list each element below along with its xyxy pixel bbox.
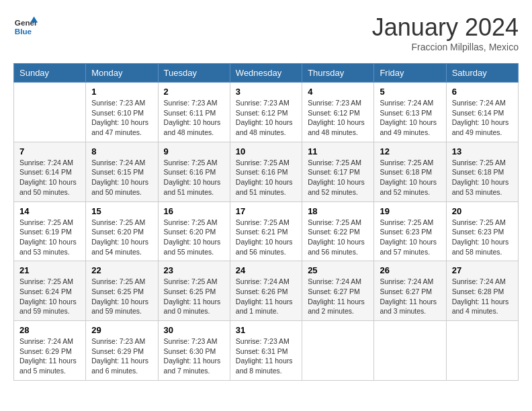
day-cell: 24Sunrise: 7:24 AMSunset: 6:26 PMDayligh…: [230, 261, 302, 321]
day-number: 19: [380, 206, 440, 216]
header-friday: Friday: [374, 64, 446, 83]
day-info: Sunrise: 7:23 AMSunset: 6:12 PMDaylight:…: [308, 98, 368, 138]
day-cell: 18Sunrise: 7:25 AMSunset: 6:22 PMDayligh…: [302, 201, 374, 261]
day-cell: [374, 321, 446, 381]
day-info: Sunrise: 7:25 AMSunset: 6:24 PMDaylight:…: [19, 277, 80, 316]
day-number: 15: [91, 206, 152, 216]
day-info: Sunrise: 7:25 AMSunset: 6:18 PMDaylight:…: [380, 158, 440, 197]
day-info: Sunrise: 7:23 AMSunset: 6:29 PMDaylight:…: [91, 336, 152, 376]
day-number: 20: [452, 206, 513, 216]
day-cell: 26Sunrise: 7:24 AMSunset: 6:27 PMDayligh…: [374, 261, 446, 321]
day-number: 10: [236, 146, 296, 156]
day-number: 13: [452, 146, 513, 156]
day-info: Sunrise: 7:24 AMSunset: 6:29 PMDaylight:…: [19, 336, 80, 376]
day-number: 24: [236, 265, 296, 275]
svg-text:Blue: Blue: [15, 27, 32, 36]
day-info: Sunrise: 7:25 AMSunset: 6:25 PMDaylight:…: [164, 277, 224, 316]
week-row-2: 7Sunrise: 7:24 AMSunset: 6:14 PMDaylight…: [14, 142, 519, 201]
month-title: January 2024: [372, 13, 519, 42]
day-info: Sunrise: 7:24 AMSunset: 6:28 PMDaylight:…: [452, 277, 513, 316]
day-info: Sunrise: 7:23 AMSunset: 6:12 PMDaylight:…: [236, 98, 296, 138]
day-number: 9: [164, 146, 224, 156]
header-thursday: Thursday: [302, 64, 374, 83]
day-cell: 20Sunrise: 7:25 AMSunset: 6:23 PMDayligh…: [446, 201, 518, 261]
day-cell: 11Sunrise: 7:25 AMSunset: 6:17 PMDayligh…: [302, 142, 374, 201]
day-cell: 4Sunrise: 7:23 AMSunset: 6:12 PMDaylight…: [302, 83, 374, 142]
day-info: Sunrise: 7:24 AMSunset: 6:13 PMDaylight:…: [380, 98, 440, 138]
day-number: 22: [91, 265, 152, 275]
day-number: 2: [164, 87, 224, 97]
day-number: 6: [452, 87, 513, 97]
day-cell: 31Sunrise: 7:23 AMSunset: 6:31 PMDayligh…: [230, 321, 302, 381]
day-cell: 27Sunrise: 7:24 AMSunset: 6:28 PMDayligh…: [446, 261, 518, 321]
day-info: Sunrise: 7:25 AMSunset: 6:19 PMDaylight:…: [19, 218, 80, 257]
day-number: 18: [308, 206, 368, 216]
day-info: Sunrise: 7:25 AMSunset: 6:16 PMDaylight:…: [236, 158, 296, 197]
day-number: 5: [380, 87, 440, 97]
day-cell: 12Sunrise: 7:25 AMSunset: 6:18 PMDayligh…: [374, 142, 446, 201]
day-cell: 25Sunrise: 7:24 AMSunset: 6:27 PMDayligh…: [302, 261, 374, 321]
logo-icon: General Blue: [13, 13, 38, 38]
day-info: Sunrise: 7:25 AMSunset: 6:22 PMDaylight:…: [308, 218, 368, 257]
day-number: 14: [19, 206, 80, 216]
header-tuesday: Tuesday: [158, 64, 230, 83]
day-number: 31: [236, 325, 296, 335]
day-number: 11: [308, 146, 368, 156]
header-sunday: Sunday: [14, 64, 86, 83]
day-number: 16: [164, 206, 224, 216]
day-cell: 21Sunrise: 7:25 AMSunset: 6:24 PMDayligh…: [14, 261, 86, 321]
day-info: Sunrise: 7:23 AMSunset: 6:31 PMDaylight:…: [236, 336, 296, 376]
day-info: Sunrise: 7:24 AMSunset: 6:14 PMDaylight:…: [19, 158, 80, 197]
day-info: Sunrise: 7:24 AMSunset: 6:15 PMDaylight:…: [91, 158, 152, 197]
day-cell: 7Sunrise: 7:24 AMSunset: 6:14 PMDaylight…: [14, 142, 86, 201]
week-row-5: 28Sunrise: 7:24 AMSunset: 6:29 PMDayligh…: [14, 321, 519, 381]
day-info: Sunrise: 7:25 AMSunset: 6:17 PMDaylight:…: [308, 158, 368, 197]
day-info: Sunrise: 7:25 AMSunset: 6:23 PMDaylight:…: [452, 218, 513, 257]
header-row: SundayMondayTuesdayWednesdayThursdayFrid…: [14, 64, 519, 83]
day-info: Sunrise: 7:24 AMSunset: 6:27 PMDaylight:…: [308, 277, 368, 316]
day-info: Sunrise: 7:25 AMSunset: 6:20 PMDaylight:…: [91, 218, 152, 257]
day-cell: 23Sunrise: 7:25 AMSunset: 6:25 PMDayligh…: [158, 261, 230, 321]
day-info: Sunrise: 7:23 AMSunset: 6:11 PMDaylight:…: [164, 98, 224, 138]
day-info: Sunrise: 7:25 AMSunset: 6:16 PMDaylight:…: [164, 158, 224, 197]
day-info: Sunrise: 7:25 AMSunset: 6:18 PMDaylight:…: [452, 158, 513, 197]
day-cell: 10Sunrise: 7:25 AMSunset: 6:16 PMDayligh…: [230, 142, 302, 201]
day-cell: 3Sunrise: 7:23 AMSunset: 6:12 PMDaylight…: [230, 83, 302, 142]
day-cell: 9Sunrise: 7:25 AMSunset: 6:16 PMDaylight…: [158, 142, 230, 201]
day-number: 12: [380, 146, 440, 156]
day-cell: 2Sunrise: 7:23 AMSunset: 6:11 PMDaylight…: [158, 83, 230, 142]
day-number: 17: [236, 206, 296, 216]
day-number: 4: [308, 87, 368, 97]
header-saturday: Saturday: [446, 64, 518, 83]
day-number: 8: [91, 146, 152, 156]
day-info: Sunrise: 7:23 AMSunset: 6:10 PMDaylight:…: [91, 98, 152, 138]
week-row-3: 14Sunrise: 7:25 AMSunset: 6:19 PMDayligh…: [14, 201, 519, 261]
header-monday: Monday: [86, 64, 158, 83]
day-number: 1: [91, 87, 152, 97]
subtitle: Fraccion Milpillas, Mexico: [372, 42, 519, 52]
day-cell: 29Sunrise: 7:23 AMSunset: 6:29 PMDayligh…: [86, 321, 158, 381]
day-info: Sunrise: 7:25 AMSunset: 6:23 PMDaylight:…: [380, 218, 440, 257]
day-number: 30: [164, 325, 224, 335]
day-cell: 28Sunrise: 7:24 AMSunset: 6:29 PMDayligh…: [14, 321, 86, 381]
day-cell: 16Sunrise: 7:25 AMSunset: 6:20 PMDayligh…: [158, 201, 230, 261]
day-info: Sunrise: 7:24 AMSunset: 6:27 PMDaylight:…: [380, 277, 440, 316]
day-cell: 14Sunrise: 7:25 AMSunset: 6:19 PMDayligh…: [14, 201, 86, 261]
title-block: January 2024 Fraccion Milpillas, Mexico: [372, 13, 519, 52]
day-cell: 13Sunrise: 7:25 AMSunset: 6:18 PMDayligh…: [446, 142, 518, 201]
day-cell: 1Sunrise: 7:23 AMSunset: 6:10 PMDaylight…: [86, 83, 158, 142]
day-cell: 6Sunrise: 7:24 AMSunset: 6:14 PMDaylight…: [446, 83, 518, 142]
day-info: Sunrise: 7:24 AMSunset: 6:26 PMDaylight:…: [236, 277, 296, 316]
week-row-4: 21Sunrise: 7:25 AMSunset: 6:24 PMDayligh…: [14, 261, 519, 321]
day-info: Sunrise: 7:24 AMSunset: 6:14 PMDaylight:…: [452, 98, 513, 138]
day-number: 27: [452, 265, 513, 275]
day-cell: [446, 321, 518, 381]
day-info: Sunrise: 7:25 AMSunset: 6:20 PMDaylight:…: [164, 218, 224, 257]
day-cell: 22Sunrise: 7:25 AMSunset: 6:25 PMDayligh…: [86, 261, 158, 321]
day-cell: [302, 321, 374, 381]
day-cell: [14, 83, 86, 142]
day-cell: 30Sunrise: 7:23 AMSunset: 6:30 PMDayligh…: [158, 321, 230, 381]
day-info: Sunrise: 7:25 AMSunset: 6:25 PMDaylight:…: [91, 277, 152, 316]
day-number: 25: [308, 265, 368, 275]
day-number: 3: [236, 87, 296, 97]
